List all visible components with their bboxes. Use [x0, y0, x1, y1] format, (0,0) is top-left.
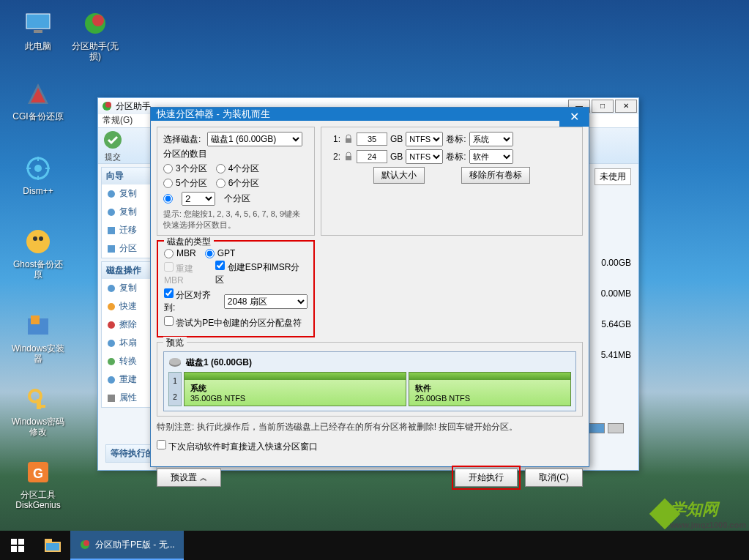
- col-unused: 未使用: [595, 168, 631, 185]
- svg-rect-43: [18, 546, 24, 552]
- dialog-title: 快速分区神器 - 为装机而生: [157, 108, 270, 121]
- disk-icon: [168, 358, 182, 368]
- svg-point-26: [108, 209, 115, 216]
- partition-row-1: 1: GB NTFS 卷标: 系统: [327, 132, 576, 146]
- svg-point-12: [26, 230, 50, 253]
- chk-rebuild-mbr[interactable]: 重建MBR: [164, 262, 212, 285]
- radio-6parts[interactable]: 6个分区: [216, 177, 260, 190]
- warning-text: 特别注意: 执行此操作后，当前所选磁盘上已经存在的所有分区将被删除! 按回车键开…: [157, 421, 583, 433]
- dialog-titlebar[interactable]: 快速分区神器 - 为装机而生 ✕: [151, 108, 589, 121]
- svg-rect-27: [108, 227, 115, 234]
- chevron-icon: ︽: [200, 474, 207, 482]
- panel-item[interactable]: 属性: [102, 389, 152, 407]
- desktop-icon-dism[interactable]: Dism++: [10, 154, 66, 196]
- partition-row-2: 2: GB NTFS 卷标: 软件: [327, 149, 576, 164]
- svg-rect-35: [108, 395, 115, 402]
- svg-point-13: [33, 236, 37, 241]
- custom-count-select[interactable]: 2: [182, 192, 215, 206]
- svg-point-39: [169, 358, 181, 365]
- label-select-2[interactable]: 软件: [469, 149, 513, 164]
- taskbar-app[interactable]: 分区助手PE版 - 无...: [70, 531, 184, 560]
- fs-select-2[interactable]: NTFS: [406, 149, 443, 164]
- desktop-icon-ghost[interactable]: Ghost备份还原: [10, 227, 66, 280]
- radio-3parts[interactable]: 3个分区: [163, 163, 207, 175]
- size-input-2[interactable]: [357, 150, 387, 163]
- panel-item[interactable]: 迁移: [102, 221, 152, 239]
- chk-next-boot[interactable]: 下次启动软件时直接进入快速分区窗口: [157, 440, 318, 453]
- dialog-close-button[interactable]: ✕: [559, 108, 589, 127]
- svg-point-29: [108, 285, 115, 292]
- fs-select-1[interactable]: NTFS: [406, 132, 443, 146]
- radio-mbr[interactable]: MBR: [164, 248, 196, 258]
- main-title: 分区助手: [116, 100, 151, 113]
- disk-type-group: 磁盘的类型 MBR GPT 重建MBR 创建ESP和MSR分区 分区对齐到: 2…: [157, 240, 315, 337]
- svg-point-7: [34, 165, 42, 172]
- preset-button[interactable]: 预设置︽: [157, 468, 221, 487]
- chk-create-esp[interactable]: 创建ESP和MSR分区: [215, 261, 308, 286]
- default-size-button[interactable]: 默认大小: [373, 167, 425, 184]
- desktop-icon-cgi[interactable]: CGI备份还原: [10, 79, 66, 122]
- close-button[interactable]: ✕: [615, 100, 637, 113]
- cancel-button[interactable]: 取消(C): [525, 468, 583, 487]
- panel-item[interactable]: 分区: [102, 239, 152, 258]
- lock-icon: [343, 152, 354, 162]
- radio-5parts[interactable]: 5个分区: [163, 177, 207, 190]
- align-select[interactable]: 2048 扇区: [224, 294, 308, 309]
- bg-values: 0.00GB 0.00MB 5.64GB 5.41MB: [595, 237, 631, 381]
- panel-item[interactable]: 快速: [102, 297, 152, 316]
- svg-rect-36: [346, 138, 351, 143]
- left-panel: 向导 复制 复制 迁移 分区 磁盘操作 复制 快速 擦除 坏扇 转换 重建 属性: [98, 164, 157, 470]
- start-button[interactable]: [0, 531, 35, 560]
- radio-4parts[interactable]: 4个分区: [216, 163, 260, 175]
- preview-part-2: 软件 25.00GB NTFS: [409, 372, 571, 406]
- preview-part-1: 系统 35.00GB NTFS: [184, 372, 406, 406]
- panel-item[interactable]: 重建: [102, 370, 152, 389]
- lock-icon: [343, 134, 354, 144]
- panel-item[interactable]: 复制: [102, 203, 152, 221]
- svg-point-48: [83, 540, 89, 546]
- radio-gpt[interactable]: GPT: [205, 248, 236, 258]
- svg-point-3: [92, 15, 104, 26]
- panel-item[interactable]: 擦除: [102, 316, 152, 334]
- desktop-icon-partition-assistant[interactable]: 分区助手(无损): [67, 9, 123, 61]
- disk-type-legend: 磁盘的类型: [164, 236, 214, 248]
- desktop-icon-winpass[interactable]: Windows密码修改: [10, 384, 66, 437]
- quick-partition-dialog: 快速分区神器 - 为装机而生 ✕ 选择磁盘: 磁盘1 (60.00GB) 分区的…: [150, 107, 589, 467]
- radio-custom[interactable]: [163, 194, 173, 204]
- app-icon: [101, 100, 113, 112]
- svg-rect-0: [26, 14, 50, 29]
- svg-point-33: [108, 358, 115, 365]
- maximize-button[interactable]: □: [592, 100, 614, 113]
- disk-select[interactable]: 磁盘1 (60.00GB): [207, 132, 302, 146]
- execute-button[interactable]: 开始执行: [455, 468, 518, 487]
- preview-disk-header: 磁盘1 (60.00GB): [186, 356, 252, 369]
- svg-rect-18: [37, 399, 41, 409]
- svg-point-34: [108, 376, 115, 384]
- taskbar-explorer-icon[interactable]: [35, 531, 70, 560]
- svg-point-23: [105, 102, 111, 108]
- panel-item[interactable]: 转换: [102, 352, 152, 370]
- chk-align[interactable]: 分区对齐到:: [164, 288, 220, 314]
- panel-item[interactable]: 复制: [102, 184, 152, 203]
- svg-point-32: [108, 340, 115, 347]
- panel-item[interactable]: 复制: [102, 279, 152, 297]
- preview-legend: 预览: [163, 337, 187, 349]
- size-input-1[interactable]: [357, 132, 387, 146]
- svg-point-30: [108, 303, 115, 310]
- dialog-footer: 预设置︽ 开始执行 取消(C): [151, 461, 589, 494]
- toolbar-submit[interactable]: 提交: [103, 130, 123, 163]
- chk-try-pe[interactable]: 尝试为PE中创建的分区分配盘符: [164, 316, 302, 329]
- remove-labels-button[interactable]: 移除所有卷标: [461, 167, 530, 184]
- svg-rect-42: [11, 546, 17, 552]
- svg-rect-46: [46, 543, 59, 550]
- menu-general[interactable]: 常规(G): [103, 114, 133, 127]
- desktop-icon-this-pc[interactable]: 此电脑: [10, 9, 66, 51]
- svg-rect-28: [108, 245, 115, 253]
- label-select-1[interactable]: 系统: [469, 132, 513, 146]
- desktop-icon-diskgenius[interactable]: G 分区工具DiskGenius: [10, 458, 66, 510]
- taskbar: 分区助手PE版 - 无...: [0, 531, 749, 560]
- svg-rect-41: [18, 539, 24, 545]
- panel-item[interactable]: 坏扇: [102, 334, 152, 352]
- panel-disk-title: 磁盘操作: [102, 262, 152, 279]
- desktop-icon-winsetup[interactable]: Windows安装器: [10, 311, 66, 364]
